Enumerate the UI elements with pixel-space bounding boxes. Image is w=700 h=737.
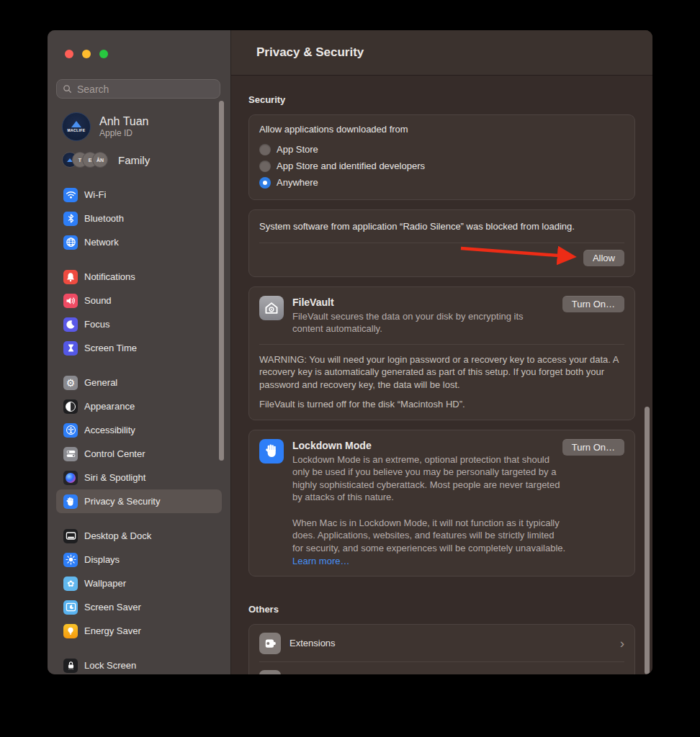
apple-id-subtitle: Apple ID [99, 128, 149, 138]
radio-button-selected[interactable] [259, 177, 271, 189]
profiles-icon [259, 670, 281, 674]
profiles-row[interactable]: Profiles › [259, 662, 624, 674]
toggles-icon [63, 447, 78, 461]
apple-id-avatar: MACLIFE [62, 112, 91, 141]
speaker-icon [63, 294, 78, 308]
sidebar-item-screen-time[interactable]: Screen Time [56, 336, 222, 360]
security-section-heading: Security [248, 94, 635, 105]
family-label: Family [118, 154, 150, 166]
sidebar-item-desktop-dock[interactable]: Desktop & Dock [56, 524, 222, 548]
bulb-icon [63, 624, 78, 638]
sidebar-item-sound[interactable]: Sound [56, 289, 222, 312]
sidebar-item-network[interactable]: Network [56, 230, 222, 254]
filevault-icon [259, 296, 284, 320]
apple-id-row[interactable]: MACLIFE Anh Tuan Apple ID [62, 111, 222, 143]
moon-icon [63, 317, 78, 332]
search-field[interactable] [56, 79, 220, 99]
search-input[interactable] [76, 83, 214, 96]
search-icon [63, 84, 72, 94]
others-section-heading: Others [248, 604, 635, 615]
close-button[interactable] [65, 50, 73, 58]
sidebar-item-privacy-security[interactable]: Privacy & Security [56, 489, 222, 513]
sidebar-scrollbar[interactable] [219, 101, 224, 461]
sidebar-item-wallpaper[interactable]: ✿ Wallpaper [56, 571, 222, 595]
blocked-software-card: System software from application “Radio … [248, 209, 635, 277]
sun-icon [63, 553, 78, 567]
lockdown-title: Lockdown Mode [292, 439, 567, 452]
sidebar-item-wifi[interactable]: Wi-Fi [56, 183, 222, 207]
appearance-icon [63, 399, 78, 414]
extensions-row[interactable]: Extensions › [259, 625, 624, 661]
bluetooth-icon [63, 212, 78, 226]
apple-id-name: Anh Tuan [99, 115, 149, 128]
sidebar-item-siri-spotlight[interactable]: Siri & Spotlight [56, 466, 222, 489]
family-avatars: T E ÂN [62, 152, 108, 168]
bell-icon [63, 270, 78, 284]
family-row[interactable]: T E ÂN Family [62, 150, 222, 170]
minimize-button[interactable] [82, 50, 91, 58]
sidebar-item-focus[interactable]: Focus [56, 312, 222, 336]
filevault-status: FileVault is turned off for the disk “Ma… [259, 399, 624, 410]
sidebar-item-notifications[interactable]: Notifications [56, 265, 222, 289]
filevault-turn-on-button[interactable]: Turn On… [562, 296, 624, 312]
lockdown-paragraph-1: Lockdown Mode is an extreme, optional pr… [292, 453, 567, 504]
sidebar-item-bluetooth[interactable]: Bluetooth [56, 207, 222, 230]
lockdown-paragraph-2: When Mac is in Lockdown Mode, it will no… [292, 517, 567, 555]
others-card: Extensions › Profiles › [248, 624, 635, 674]
lockdown-turn-on-button[interactable]: Turn On… [562, 439, 624, 456]
filevault-card: Turn On… FileVault FileVault secures the… [248, 286, 635, 420]
hourglass-icon [63, 341, 78, 356]
sidebar-item-lock-screen[interactable]: Lock Screen [56, 654, 222, 674]
filevault-title: FileVault [292, 296, 544, 309]
extensions-icon [259, 633, 281, 654]
title-bar: Privacy & Security [231, 30, 652, 76]
chevron-right-icon: › [620, 674, 624, 674]
main-pane: Privacy & Security Security Allow applic… [230, 30, 652, 674]
blocked-message: System software from application “Radio … [259, 220, 583, 234]
desktop-dock-icon [63, 529, 78, 543]
lock-icon [63, 659, 78, 673]
sidebar-item-displays[interactable]: Displays [56, 548, 222, 571]
page-title: Privacy & Security [256, 45, 364, 60]
chevron-right-icon: › [620, 636, 624, 650]
sidebar-item-general[interactable]: ⚙ General [56, 371, 222, 394]
screensaver-icon [63, 600, 78, 615]
sidebar-item-control-center[interactable]: Control Center [56, 442, 222, 466]
system-settings-window: MACLIFE Anh Tuan Apple ID T E ÂN Family … [48, 30, 652, 674]
window-controls [65, 50, 108, 58]
sidebar-item-appearance[interactable]: Appearance [56, 394, 222, 418]
radio-option-app-store[interactable]: App Store [259, 141, 624, 158]
flower-icon: ✿ [63, 577, 78, 591]
sidebar-item-energy-saver[interactable]: Energy Saver [56, 619, 222, 643]
learn-more-link[interactable]: Learn more… [292, 556, 349, 566]
divider [259, 344, 624, 345]
radio-button[interactable] [259, 144, 271, 155]
zoom-button[interactable] [99, 50, 108, 58]
wifi-icon [63, 188, 78, 202]
hand-icon [63, 494, 78, 509]
radio-option-identified-developers[interactable]: App Store and identified developers [259, 158, 624, 174]
lockdown-mode-card: Turn On… Lockdown Mode Lockdown Mode is … [248, 430, 635, 577]
sidebar: MACLIFE Anh Tuan Apple ID T E ÂN Family … [48, 30, 230, 674]
sidebar-item-accessibility[interactable]: Accessibility [56, 418, 222, 442]
allow-button[interactable]: Allow [583, 250, 624, 266]
siri-icon [63, 471, 78, 485]
radio-option-anywhere[interactable]: Anywhere [259, 174, 624, 191]
sidebar-nav: Wi-Fi Bluetooth Network Notifications [48, 183, 230, 674]
lockdown-hand-icon [259, 439, 284, 464]
radio-button[interactable] [259, 160, 271, 172]
filevault-description: FileVault secures the data on your disk … [292, 310, 544, 335]
filevault-warning: WARNING: You will need your login passwo… [259, 353, 624, 392]
gatekeeper-label: Allow applications downloaded from [259, 124, 624, 135]
gear-icon: ⚙ [63, 376, 78, 390]
family-avatar: ÂN [92, 152, 108, 168]
accessibility-icon [63, 423, 78, 438]
main-scrollbar[interactable] [645, 407, 650, 674]
settings-content: Security Allow applications downloaded f… [231, 76, 652, 674]
sidebar-item-screen-saver[interactable]: Screen Saver [56, 595, 222, 619]
gatekeeper-card: Allow applications downloaded from App S… [248, 114, 635, 200]
avatar-brand-text: MACLIFE [67, 128, 85, 132]
globe-icon [63, 235, 78, 250]
